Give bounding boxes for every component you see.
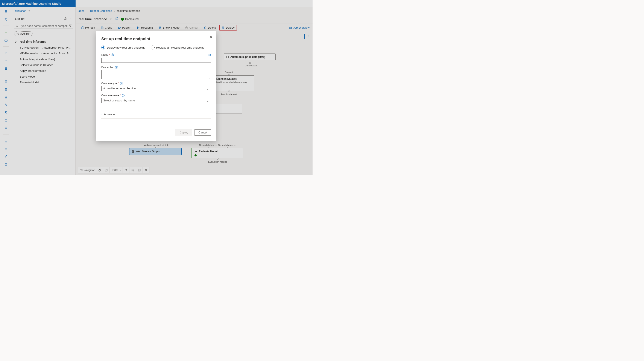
chevron-right-icon: › [101,113,102,116]
radio-indicator [151,46,154,50]
eye-icon[interactable] [208,54,211,57]
info-icon[interactable]: i [111,54,114,56]
compute-name-label: Compute name* i [101,94,211,97]
deploy-modal: ✕ Set up real-time endpoint Deploy new r… [96,31,216,141]
modal-cancel-button[interactable]: Cancel [194,129,211,136]
radio-indicator [101,46,105,50]
name-input[interactable] [101,58,211,63]
modal-deploy-button: Deploy [176,129,192,136]
modal-title: Set up real-time endpoint [101,37,211,41]
description-input[interactable] [101,70,211,79]
radio-replace-existing[interactable]: Replace an existing real-time endpoint [151,46,204,50]
modal-backdrop[interactable]: ✕ Set up real-time endpoint Deploy new r… [0,0,312,175]
info-icon[interactable]: i [120,82,123,85]
compute-name-select[interactable]: Select or search by name [101,98,211,103]
modal-footer: Deploy Cancel [101,129,211,136]
radio-deploy-new[interactable]: Deploy new real-time endpoint [101,46,145,50]
info-icon[interactable]: i [122,94,124,97]
compute-type-select[interactable]: Azure Kubernetes Service [101,86,211,91]
svg-point-47 [209,55,210,56]
info-icon[interactable]: i [115,66,118,69]
description-label: Description i [101,66,211,69]
name-label: Name* i [101,53,114,56]
deploy-mode-radio-group: Deploy new real-time endpoint Replace an… [101,46,211,50]
advanced-toggle[interactable]: › Advanced [101,110,211,119]
compute-type-label: Compute type* i [101,82,211,85]
close-icon[interactable]: ✕ [210,35,212,39]
